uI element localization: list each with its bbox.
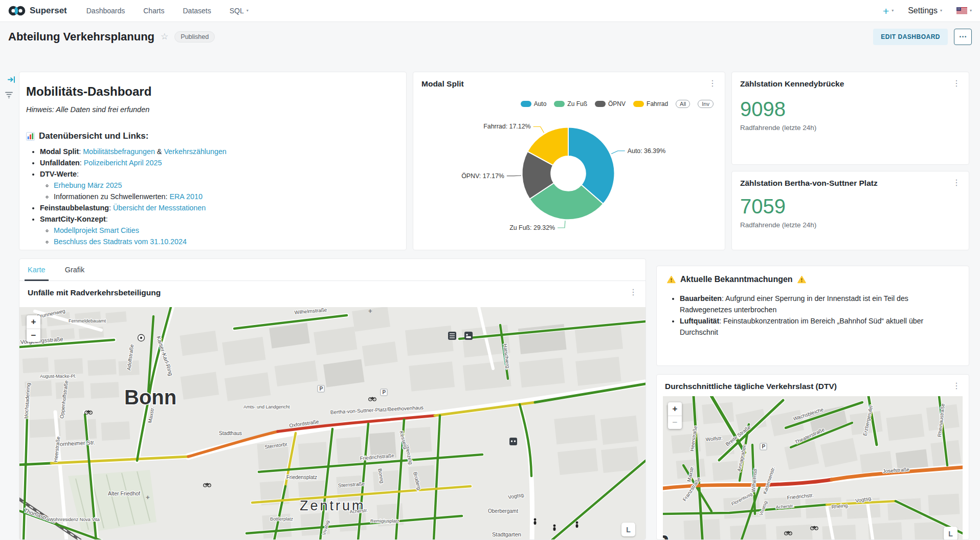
label-leader-line: [611, 151, 625, 154]
plus-icon: +: [883, 6, 889, 16]
zoom-in-button[interactable]: +: [27, 315, 40, 329]
kebab-menu-icon[interactable]: ⋮: [949, 382, 964, 390]
street-label: Stadthaus: [219, 430, 242, 436]
legend-item[interactable]: Auto: [521, 100, 547, 107]
link[interactable]: Mobilitätsbefragungen: [83, 147, 155, 156]
big-number-value: 9098: [732, 89, 969, 119]
favorite-star-icon[interactable]: ☆: [161, 31, 168, 42]
label-leader-line: [507, 176, 521, 176]
expand-filter-bar-icon[interactable]: [7, 75, 16, 86]
legend-chip-icon: [633, 101, 644, 107]
dtv-panel: Durchschnittliche tägliche Verkehrslast …: [656, 374, 969, 540]
dtv-map[interactable]: P nHeerstraßeWolfstr.Breite StraßeMaxstr…: [663, 396, 963, 540]
street-label: Oberbergamt: [488, 508, 518, 514]
counter-kennedybruecke-panel: Zählstation Kennedybrücke ⋮ 9098 Radfahr…: [731, 72, 969, 165]
donut-slice: [522, 152, 554, 199]
legend-chip-icon: [554, 101, 565, 107]
zoom-out-button[interactable]: −: [668, 416, 682, 429]
zoom-in-button[interactable]: +: [668, 402, 682, 416]
tab-karte[interactable]: Karte: [25, 259, 49, 280]
published-badge[interactable]: Published: [174, 31, 215, 42]
link[interactable]: ERA 2010: [170, 192, 203, 201]
legend-item[interactable]: Zu Fuß: [554, 100, 587, 107]
link[interactable]: Beschluss des Stadtrats vom 31.10.2024: [54, 237, 187, 246]
settings-menu[interactable]: Settings▾: [908, 6, 942, 15]
hotel-poi-icon: [464, 332, 473, 340]
list-item: Bauarbeiten: Aufgrund einer Sperrung in …: [680, 293, 959, 315]
filter-icon[interactable]: [5, 90, 13, 101]
donut-slice-label: Auto: 36.39%: [628, 147, 666, 155]
street-label: Bottlerplatz: [270, 516, 294, 522]
warning-icon: [667, 275, 676, 284]
cross-marker: +: [146, 493, 150, 501]
chevron-down-icon: ▾: [247, 9, 249, 13]
link[interactable]: Polizeibericht April 2025: [84, 159, 162, 167]
legend-item[interactable]: Fahrrad: [633, 100, 668, 107]
tab-bar: Karte Grafik: [19, 259, 645, 281]
donut-slice: [527, 127, 568, 165]
donut-chart: Auto: 36.39%Zu Fuß: 29.32%ÖPNV: 17.17%Fa…: [413, 72, 725, 250]
us-flag-icon: [956, 7, 967, 14]
more-options-button[interactable]: …: [954, 29, 972, 45]
street-label: Fernmeldebauamt: [69, 318, 106, 323]
menu-datasets[interactable]: Datasets: [183, 7, 211, 15]
pedestrian-poi-icon: [553, 525, 556, 531]
cross-marker: +: [368, 307, 372, 315]
new-item-button[interactable]: +▾: [883, 6, 894, 16]
edit-dashboard-button[interactable]: EDIT DASHBOARD: [873, 29, 948, 45]
chart-title: Modal Split: [421, 79, 464, 89]
accidents-map[interactable]: P P + + BonnZentrumBertha-von-Suttner-Pl…: [19, 307, 645, 540]
street-label: Friedensplatz: [286, 474, 317, 480]
superset-logo[interactable]: Superset: [8, 5, 67, 16]
kebab-menu-icon[interactable]: ⋮: [949, 179, 964, 187]
links-list: Modal Split: Mobilitätsbefragungen & Ver…: [26, 146, 398, 247]
language-picker[interactable]: ▾: [956, 7, 972, 14]
legend-item[interactable]: ÖPNV: [595, 100, 626, 107]
label-leader-line: [558, 221, 565, 228]
pedestrian-poi-icon: [534, 519, 537, 525]
kebab-menu-icon[interactable]: ⋮: [705, 79, 720, 88]
menu-dashboards[interactable]: Dashboards: [86, 7, 125, 15]
markdown-panel: Mobilitäts-Dashboard Hinweis: Alle Daten…: [19, 72, 407, 250]
announcements-panel: Aktuelle Bekanntmachungen Bauarbeiten: A…: [656, 266, 969, 366]
announcements-title: Aktuelle Bekanntmachungen: [667, 275, 959, 284]
list-item: Erhebung März 2025: [54, 180, 398, 191]
legend-all-button[interactable]: All: [676, 100, 690, 108]
link[interactable]: Verkehrszählungen: [164, 147, 226, 156]
markdown-title: Mobilitäts-Dashboard: [26, 84, 398, 99]
list-item: Luftqualität: Feinstaubkonzentration im …: [680, 315, 959, 338]
map-place-label: Bonn: [124, 386, 176, 408]
list-item: DTV-Werte: Erhebung März 2025 Informatio…: [40, 168, 398, 202]
modal-split-chart-panel: Modal Split ⋮ AutoZu FußÖPNVFahrrad All …: [413, 72, 725, 250]
street-label: August-Macke-Pl.: [40, 374, 76, 379]
legend-label: Fahrrad: [647, 100, 668, 107]
header-actions: EDIT DASHBOARD …: [873, 29, 972, 45]
chevron-down-icon: ▾: [970, 9, 972, 13]
list-item: SmartCity-Konzept: Modellprojekt Smart C…: [40, 213, 398, 247]
announcements-list: Bauarbeiten: Aufgrund einer Sperrung in …: [667, 293, 959, 338]
donut-slice-label: ÖPNV: 17.17%: [461, 172, 504, 180]
svg-text:P: P: [320, 386, 323, 392]
soccer-poi-icon: [138, 335, 145, 341]
link[interactable]: Übersicht der Messstationen: [113, 204, 206, 212]
leaflet-attribution-button[interactable]: L: [944, 527, 957, 540]
chart-legend: AutoZu FußÖPNVFahrrad All Inv: [521, 100, 714, 108]
leaflet-attribution-button[interactable]: L: [621, 523, 635, 536]
menu-charts[interactable]: Charts: [143, 7, 164, 15]
pedestrian-poi-icon: [576, 522, 578, 528]
legend-label: Zu Fuß: [567, 100, 587, 107]
tabbed-panel: Karte Grafik Unfälle mit Radverkehrsbete…: [19, 258, 646, 540]
link[interactable]: Modellprojekt Smart Cities: [54, 226, 139, 234]
svg-text:P: P: [383, 390, 386, 395]
tab-grafik[interactable]: Grafik: [62, 259, 88, 280]
menu-sql[interactable]: SQL▾: [230, 7, 249, 15]
brand-name: Superset: [30, 6, 67, 16]
link[interactable]: Erhebung März 2025: [54, 181, 122, 189]
legend-inv-button[interactable]: Inv: [698, 100, 714, 108]
big-number-subtitle: Radfahrende (letzte 24h): [732, 119, 969, 132]
kebab-menu-icon[interactable]: ⋮: [949, 79, 964, 88]
dashboard-header: Abteilung Verkehrsplanung ☆ Published ED…: [0, 22, 980, 51]
street-label: Stadtgarten: [492, 531, 521, 537]
zoom-out-button[interactable]: −: [27, 329, 40, 342]
kebab-menu-icon[interactable]: ⋮: [626, 288, 640, 296]
